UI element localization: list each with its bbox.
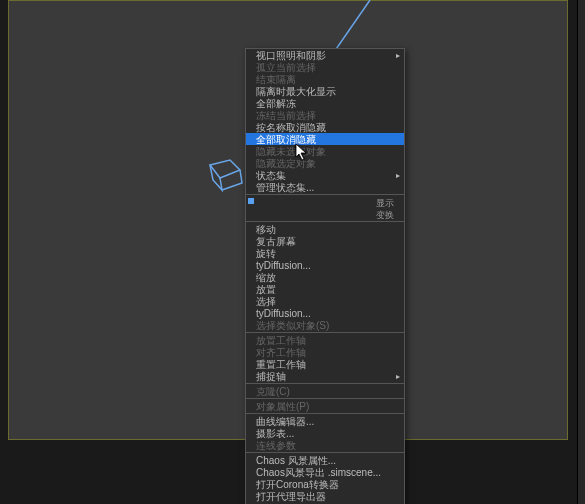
menu-item: 选择类似对象(S) bbox=[246, 319, 404, 331]
menu-item[interactable]: tyDiffusion... bbox=[246, 307, 404, 319]
menu-item[interactable]: 变换 bbox=[246, 208, 404, 220]
menu-item[interactable]: 全部取消隐藏 bbox=[246, 133, 404, 145]
menu-item: 对象属性(P) bbox=[246, 400, 404, 412]
menu-item[interactable]: 选择 bbox=[246, 295, 404, 307]
menu-separator bbox=[246, 332, 404, 333]
menu-item[interactable]: 打开代理导出器 bbox=[246, 490, 404, 502]
menu-item[interactable]: 隔离时最大化显示 bbox=[246, 85, 404, 97]
menu-item[interactable]: 打开Corona转换器 bbox=[246, 478, 404, 490]
menu-item[interactable]: 复古屏幕 bbox=[246, 235, 404, 247]
menu-separator bbox=[246, 221, 404, 222]
menu-item: 结束隔离 bbox=[246, 73, 404, 85]
menu-separator bbox=[246, 383, 404, 384]
menu-item[interactable]: tyDiffusion... bbox=[246, 259, 404, 271]
menu-item: 隐藏未选定对象 bbox=[246, 145, 404, 157]
right-panel-edge bbox=[577, 0, 585, 504]
menu-item[interactable]: 重置工作轴 bbox=[246, 358, 404, 370]
menu-item[interactable]: 全部解冻 bbox=[246, 97, 404, 109]
menu-item: 对齐工作轴 bbox=[246, 346, 404, 358]
menu-item[interactable]: 放置 bbox=[246, 283, 404, 295]
menu-item[interactable]: 视口照明和阴影 bbox=[246, 49, 404, 61]
menu-item[interactable]: 缩放 bbox=[246, 271, 404, 283]
menu-item[interactable]: 按名称取消隐藏 bbox=[246, 121, 404, 133]
context-menu[interactable]: 视口照明和阴影孤立当前选择结束隔离隔离时最大化显示全部解冻冻结当前选择按名称取消… bbox=[245, 48, 405, 504]
menu-item: 克隆(C) bbox=[246, 385, 404, 397]
menu-item[interactable]: 曲线编辑器... bbox=[246, 415, 404, 427]
menu-item[interactable]: 显示 bbox=[246, 196, 404, 208]
menu-separator bbox=[246, 194, 404, 195]
menu-separator bbox=[246, 452, 404, 453]
menu-item[interactable]: 摄影表... bbox=[246, 427, 404, 439]
menu-item[interactable]: Chaos 风景属性... bbox=[246, 454, 404, 466]
menu-item: 放置工作轴 bbox=[246, 334, 404, 346]
menu-item[interactable]: 移动 bbox=[246, 223, 404, 235]
menu-item: 冻结当前选择 bbox=[246, 109, 404, 121]
menu-item: 连线参数 bbox=[246, 439, 404, 451]
menu-separator bbox=[246, 413, 404, 414]
menu-item: 孤立当前选择 bbox=[246, 61, 404, 73]
menu-item[interactable]: Chaos风景导出 .simscene... bbox=[246, 466, 404, 478]
menu-separator bbox=[246, 398, 404, 399]
menu-item-label: 显示 bbox=[376, 197, 394, 208]
menu-item[interactable]: 状态集 bbox=[246, 169, 404, 181]
menu-item[interactable]: 管理状态集... bbox=[246, 181, 404, 193]
menu-item[interactable]: 旋转 bbox=[246, 247, 404, 259]
menu-item[interactable]: 捕捉轴 bbox=[246, 370, 404, 382]
menu-item-label: 变换 bbox=[376, 209, 394, 220]
menu-item: 隐藏选定对象 bbox=[246, 157, 404, 169]
